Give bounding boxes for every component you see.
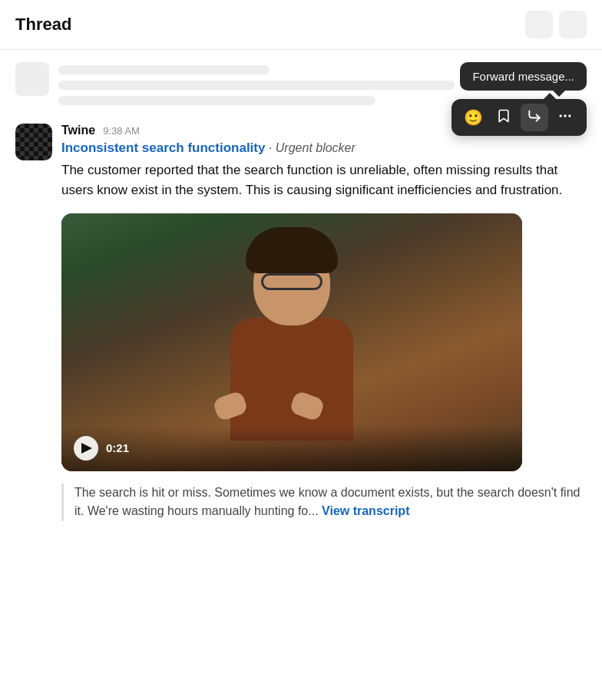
skeleton-line-3 <box>58 96 375 105</box>
video-overlay <box>61 425 522 471</box>
forward-tooltip: Forward message... <box>460 62 587 91</box>
more-button[interactable] <box>551 104 579 131</box>
play-button[interactable] <box>74 436 98 461</box>
forward-icon <box>527 108 542 127</box>
svg-point-1 <box>564 114 566 117</box>
person-head <box>253 241 330 325</box>
skeleton-line-1 <box>58 65 270 74</box>
emoji-button[interactable]: 🙂 <box>459 104 487 131</box>
sender-avatar <box>15 124 52 160</box>
page-title: Thread <box>15 15 71 35</box>
more-icon <box>557 108 573 127</box>
quote-block: The search is hit or miss. Sometimes we … <box>61 484 587 522</box>
video-duration: 0:21 <box>106 441 129 454</box>
emoji-icon: 🙂 <box>464 108 483 127</box>
header-btn-1[interactable] <box>525 11 553 38</box>
svg-point-0 <box>560 114 562 117</box>
video-controls: 0:21 <box>74 436 129 461</box>
message-area: Forward message... 🙂 <box>0 50 602 533</box>
message-body: The customer reported that the search fu… <box>61 160 587 201</box>
skeleton-avatar <box>15 62 49 96</box>
avatar-pattern <box>15 124 52 160</box>
person-hand-right <box>289 390 326 422</box>
bookmark-button[interactable] <box>490 104 518 131</box>
forward-button[interactable] <box>521 104 548 131</box>
message-timestamp: 9:38 AM <box>103 125 140 137</box>
header-btn-2[interactable] <box>559 11 587 38</box>
message-tag-separator: · <box>265 141 275 154</box>
message-tag: Urgent blocker <box>276 141 356 154</box>
skeleton-line-2 <box>58 81 455 90</box>
view-transcript-link[interactable]: View transcript <box>322 504 409 517</box>
message-subject-line: Inconsistent search functionality · Urge… <box>61 140 587 156</box>
action-toolbar: Forward message... 🙂 <box>452 99 587 136</box>
person-hand-left <box>212 390 249 422</box>
message-content: Twine 9:38 AM Inconsistent search functi… <box>61 124 587 521</box>
header-actions <box>525 11 587 38</box>
person-hair <box>246 227 338 273</box>
svg-point-2 <box>568 114 571 117</box>
person-glasses <box>261 273 322 290</box>
message-subject: Inconsistent search functionality <box>61 140 265 155</box>
header: Thread <box>0 0 602 50</box>
person-body <box>230 318 353 441</box>
main-message: Twine 9:38 AM Inconsistent search functi… <box>15 124 587 521</box>
sender-name: Twine <box>61 124 95 137</box>
person-hands <box>215 395 322 418</box>
video-person <box>207 241 376 441</box>
play-icon <box>81 443 92 454</box>
bookmark-icon <box>496 108 511 127</box>
video-container[interactable]: 0:21 <box>61 213 522 471</box>
